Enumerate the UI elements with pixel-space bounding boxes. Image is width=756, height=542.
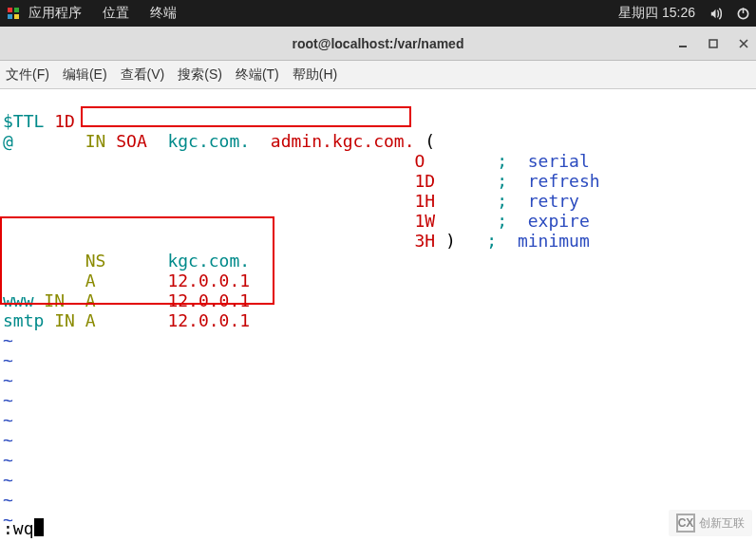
vim-text: IN <box>44 290 85 310</box>
svg-rect-7 <box>709 40 717 47</box>
watermark-text: 创新互联 <box>699 515 745 532</box>
vim-text: expire <box>518 211 590 231</box>
vim-text: 1D <box>414 171 497 191</box>
vim-text: ; <box>497 211 518 231</box>
vim-tilde: ~ <box>3 350 13 370</box>
vim-text: ( <box>425 131 435 151</box>
svg-rect-3 <box>14 14 19 19</box>
vim-text: 3H <box>414 231 445 251</box>
vim-tilde: ~ <box>3 430 13 450</box>
vim-tilde: ~ <box>3 490 13 510</box>
menu-edit[interactable]: 编辑(E) <box>63 66 107 84</box>
vim-text: www <box>3 290 44 310</box>
vim-tilde: ~ <box>3 390 13 410</box>
menu-terminal[interactable]: 终端(T) <box>236 66 279 84</box>
vim-text: 12.0.0.1 <box>167 290 250 310</box>
watermark: CX 创新互联 <box>669 510 752 536</box>
window-title: root@localhost:/var/named <box>293 36 464 51</box>
terminal-menubar: 文件(F) 编辑(E) 查看(V) 搜索(S) 终端(T) 帮助(H) <box>0 61 756 89</box>
vim-text: serial <box>518 151 590 171</box>
window-titlebar: root@localhost:/var/named <box>0 27 756 61</box>
vim-text: $TTL <box>3 111 54 131</box>
vim-text: IN <box>85 131 117 151</box>
vim-text: kgc.com. <box>167 251 250 271</box>
vim-tilde: ~ <box>3 470 13 490</box>
menu-file[interactable]: 文件(F) <box>6 66 49 84</box>
panel-applications[interactable]: 应用程序 <box>28 5 82 22</box>
vim-command-line[interactable]: :wq <box>3 518 44 538</box>
vim-text: 12.0.0.1 <box>167 271 250 290</box>
panel-places[interactable]: 位置 <box>103 5 129 22</box>
svg-rect-0 <box>8 8 12 12</box>
svg-rect-2 <box>8 14 12 19</box>
vim-text: retry <box>518 191 579 211</box>
vim-text: minimum <box>507 231 590 251</box>
panel-terminal[interactable]: 终端 <box>150 5 177 22</box>
window-close-button[interactable] <box>737 37 750 50</box>
vim-text: @ <box>3 131 85 151</box>
watermark-logo-icon: CX <box>676 514 695 533</box>
activities-icon[interactable] <box>6 6 21 21</box>
vim-text: ; <box>497 171 518 191</box>
vim-text: 1H <box>414 191 497 211</box>
vim-text: 12.0.0.1 <box>167 310 250 330</box>
vim-text: ; <box>486 231 507 251</box>
vim-text: NS <box>85 251 168 271</box>
vim-text: admin.kgc.com. <box>260 131 425 151</box>
power-icon[interactable] <box>736 7 750 21</box>
vim-content: $TTL 1D @ IN SOA kgc.com. admin.kgc.com.… <box>0 89 756 532</box>
vim-text: ; <box>497 151 518 171</box>
panel-datetime[interactable]: 星期四 15:26 <box>618 5 695 22</box>
cursor-icon <box>34 518 44 536</box>
vim-tilde: ~ <box>3 370 13 390</box>
menu-view[interactable]: 查看(V) <box>121 66 165 84</box>
window-minimize-button[interactable] <box>676 37 690 50</box>
vim-text <box>3 191 414 211</box>
vim-text: ; <box>497 191 518 211</box>
vim-text: 1W <box>414 211 497 231</box>
vim-text: 1D <box>54 111 75 131</box>
vim-text <box>3 151 414 171</box>
vim-text: O <box>414 151 497 171</box>
window-maximize-button[interactable] <box>707 37 720 50</box>
vim-text <box>3 251 85 271</box>
gnome-top-panel: 应用程序 位置 终端 星期四 15:26 <box>0 0 756 27</box>
menu-search[interactable]: 搜索(S) <box>178 66 222 84</box>
vim-text <box>3 271 85 290</box>
svg-rect-6 <box>679 46 687 47</box>
vim-text: A <box>85 310 168 330</box>
vim-text: A <box>85 290 168 310</box>
vim-text: IN <box>54 310 85 330</box>
vim-text <box>3 171 414 191</box>
vim-tilde: ~ <box>3 410 13 430</box>
vim-tilde: ~ <box>3 450 13 470</box>
vim-text <box>3 211 414 231</box>
svg-rect-1 <box>14 8 19 12</box>
svg-rect-5 <box>743 8 745 13</box>
vim-text: refresh <box>518 171 600 191</box>
terminal-body[interactable]: $TTL 1D @ IN SOA kgc.com. admin.kgc.com.… <box>0 89 756 542</box>
volume-icon[interactable] <box>709 7 723 21</box>
vim-text: A <box>85 271 168 290</box>
vim-text: ) <box>445 231 486 251</box>
vim-text: kgc.com. <box>167 131 260 151</box>
menu-help[interactable]: 帮助(H) <box>293 66 337 84</box>
vim-text <box>3 231 414 251</box>
vim-tilde: ~ <box>3 330 13 350</box>
vim-text: SOA <box>116 131 167 151</box>
vim-text: smtp <box>3 310 54 330</box>
